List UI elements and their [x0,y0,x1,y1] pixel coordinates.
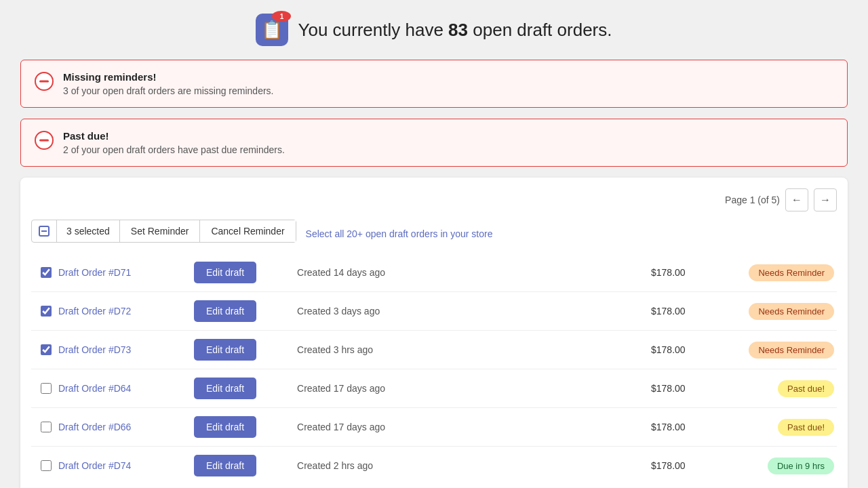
title-count: 83 [448,20,468,40]
order-amount: $178.00 [651,460,726,471]
status-badge: Needs Reminder [749,342,834,359]
alert-missing-reminders-title: Missing reminders! [63,71,273,83]
table-row: Draft Order #D72 Edit draft Created 3 da… [31,292,837,331]
toolbar-container: 3 selected Set Reminder Cancel Reminder … [31,220,837,248]
page-title: You currently have 83 open draft orders. [298,20,612,41]
pagination-next-button[interactable]: → [814,188,837,211]
notification-badge: 1 [272,11,291,22]
edit-draft-button[interactable]: Edit draft [194,455,256,476]
row-checkbox-cell[interactable] [34,422,58,432]
order-status-badge: Past due! [726,380,834,397]
order-amount: $178.00 [651,344,726,355]
row-checkbox-cell[interactable] [34,383,58,394]
no-entry-icon-2 [35,131,54,150]
row-checkbox-cell[interactable] [34,267,58,278]
title-prefix: You currently have [298,20,448,40]
status-badge: Past due! [778,419,834,436]
order-amount: $178.00 [651,267,726,278]
table-row: Draft Order #D73 Edit draft Created 3 hr… [31,331,837,369]
table-row: Draft Order #D71 Edit draft Created 14 d… [31,253,837,292]
orders-table-card: Page 1 (of 5) ← → 3 selected Set Reminde… [20,178,848,488]
order-created: Created 17 days ago [297,383,651,394]
table-row: Draft Order #D74 Edit draft Created 2 hr… [31,447,837,485]
page-header: 📋 1 You currently have 83 open draft ord… [20,14,848,46]
cancel-reminder-button[interactable]: Cancel Reminder [200,220,295,242]
order-name-link[interactable]: Draft Order #D71 [58,267,194,278]
order-amount: $178.00 [651,383,726,394]
select-all-checkbox[interactable] [39,226,50,237]
set-reminder-button[interactable]: Set Reminder [120,220,201,242]
alert-past-due-title: Past due! [63,130,285,142]
row-checkbox[interactable] [41,344,52,355]
order-amount: $178.00 [651,306,726,317]
order-status-badge: Needs Reminder [726,303,834,320]
pagination-prev-button[interactable]: ← [785,188,808,211]
no-entry-icon [35,72,54,91]
edit-draft-button[interactable]: Edit draft [194,262,256,283]
order-status-badge: Needs Reminder [726,264,834,281]
row-checkbox[interactable] [41,306,52,317]
order-status-badge: Needs Reminder [726,342,834,359]
order-created: Created 3 days ago [297,306,651,317]
edit-draft-button[interactable]: Edit draft [194,339,256,361]
pagination-text: Page 1 (of 5) [725,195,780,205]
clipboard-icon: 📋 [261,20,283,41]
row-checkbox-cell[interactable] [34,460,58,471]
svg-rect-1 [39,81,49,83]
order-status-badge: Due in 9 hrs [726,458,834,474]
row-checkbox-cell[interactable] [34,344,58,355]
order-name-link[interactable]: Draft Order #D64 [58,383,194,394]
status-badge: Needs Reminder [749,303,834,320]
edit-draft-button[interactable]: Edit draft [194,378,256,399]
header-icon-container: 📋 1 [256,14,288,46]
toolbar-row: 3 selected Set Reminder Cancel Reminder [31,220,296,243]
order-status-badge: Past due! [726,419,834,436]
status-badge: Needs Reminder [749,264,834,281]
order-created: Created 2 hrs ago [297,460,651,471]
order-created: Created 3 hrs ago [297,344,651,355]
select-all-link[interactable]: Select all 20+ open draft orders in your… [306,228,493,239]
title-suffix: open draft orders. [468,20,612,40]
order-created: Created 17 days ago [297,422,651,432]
toolbar-check-cell[interactable] [32,220,57,242]
order-name-link[interactable]: Draft Order #D73 [58,344,194,355]
alert-past-due-content: Past due! 2 of your open draft orders ha… [63,130,285,155]
row-checkbox-cell[interactable] [34,306,58,317]
alert-past-due: Past due! 2 of your open draft orders ha… [20,119,848,167]
svg-rect-3 [39,140,49,142]
order-amount: $178.00 [651,422,726,432]
row-checkbox[interactable] [41,460,52,471]
orders-list: Draft Order #D71 Edit draft Created 14 d… [31,253,837,485]
edit-draft-button[interactable]: Edit draft [194,300,256,322]
order-name-link[interactable]: Draft Order #D74 [58,460,194,471]
page-wrapper: 📋 1 You currently have 83 open draft ord… [0,0,868,488]
status-badge: Due in 9 hrs [768,458,834,474]
status-badge: Past due! [778,380,834,397]
toolbar-selected-count: 3 selected [57,220,120,242]
order-name-link[interactable]: Draft Order #D66 [58,422,194,432]
alert-missing-reminders-content: Missing reminders! 3 of your open draft … [63,71,273,96]
pagination-row: Page 1 (of 5) ← → [31,188,837,211]
table-row: Draft Order #D66 Edit draft Created 17 d… [31,408,837,447]
edit-draft-button[interactable]: Edit draft [194,416,256,438]
row-checkbox[interactable] [41,383,52,394]
alert-missing-reminders-desc: 3 of your open draft orders are missing … [63,85,273,96]
row-checkbox[interactable] [41,422,52,432]
order-created: Created 14 days ago [297,267,651,278]
alert-past-due-desc: 2 of your open draft orders have past du… [63,144,285,155]
alert-missing-reminders: Missing reminders! 3 of your open draft … [20,60,848,108]
table-row: Draft Order #D64 Edit draft Created 17 d… [31,369,837,408]
order-name-link[interactable]: Draft Order #D72 [58,306,194,317]
row-checkbox[interactable] [41,267,52,278]
